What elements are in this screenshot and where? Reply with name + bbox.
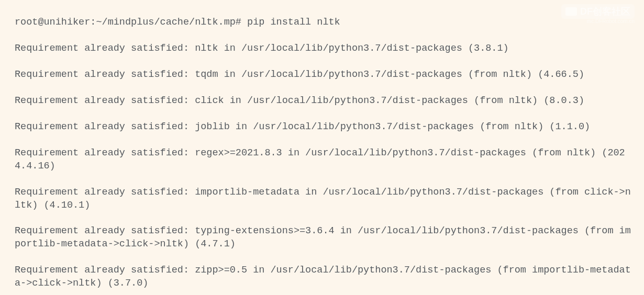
terminal-line: Requirement already satisfied: zipp>=0.5…	[15, 264, 632, 290]
terminal-line: Requirement already satisfied: tqdm in /…	[15, 69, 632, 82]
terminal-line: Requirement already satisfied: joblib in…	[15, 121, 632, 134]
terminal-line: Requirement already satisfied: click in …	[15, 95, 632, 108]
terminal-line: Requirement already satisfied: nltk in /…	[15, 42, 632, 55]
terminal-line: Requirement already satisfied: importlib…	[15, 186, 632, 212]
terminal-output[interactable]: root@unihiker:~/mindplus/cache/nltk.mp# …	[0, 0, 632, 295]
terminal-line: Requirement already satisfied: regex>=20…	[15, 147, 632, 173]
terminal-prompt-line: root@unihiker:~/mindplus/cache/nltk.mp# …	[15, 16, 632, 29]
terminal-line: Requirement already satisfied: typing-ex…	[15, 225, 632, 251]
